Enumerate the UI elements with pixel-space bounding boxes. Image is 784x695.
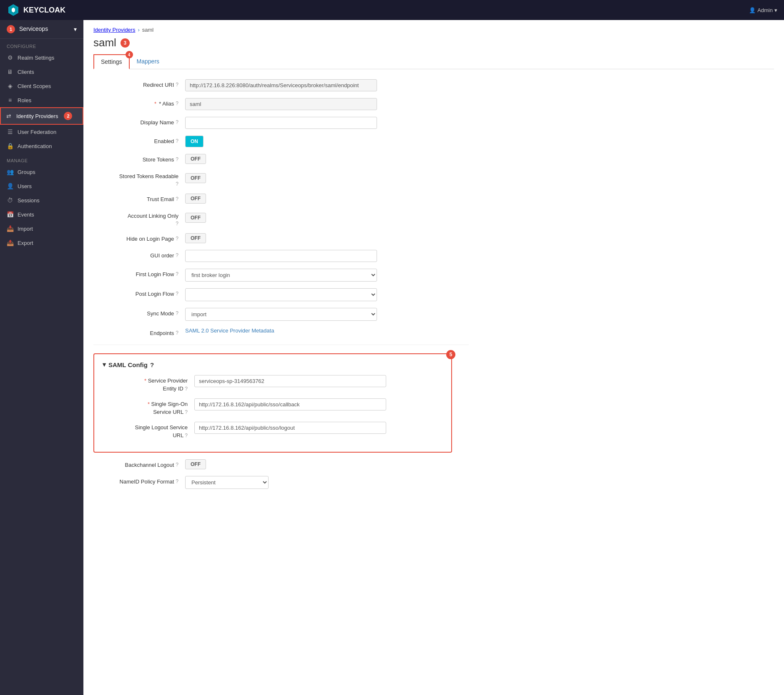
sidebar-item-identity-providers[interactable]: ⇄ Identity Providers 2 [0,107,83,125]
sidebar-item-realm-settings[interactable]: ⚙ Realm Settings [0,50,83,65]
nameid-policy-select[interactable]: Persistent [185,476,269,489]
sidebar-item-label: User Federation [18,129,56,135]
sync-mode-row: Sync Mode ? import [93,308,469,321]
toggle-on-label: ON [186,136,203,147]
sidebar-item-roles[interactable]: ≡ Roles [0,93,83,107]
sso-url-help[interactable]: ? [185,409,188,415]
first-login-flow-help[interactable]: ? [176,271,178,277]
sp-entity-id-help[interactable]: ? [185,386,188,392]
tab-settings-label: Settings [101,58,122,65]
enabled-help[interactable]: ? [176,138,178,144]
trust-email-label: Trust Email ? [93,194,185,202]
saml-config-title: ▾ SAML Config ? [103,361,443,368]
backchannel-logout-help[interactable]: ? [176,462,178,468]
sync-mode-help[interactable]: ? [176,310,178,316]
sessions-icon: ⏱ [7,197,13,204]
breadcrumb-current: saml [142,27,153,33]
post-login-flow-label: Post Login Flow ? [93,288,185,297]
display-name-input[interactable] [185,117,377,129]
slo-url-help[interactable]: ? [185,433,188,438]
redirect-uri-input[interactable] [185,79,377,91]
realm-selector[interactable]: 1 Serviceops ▾ [0,20,83,39]
breadcrumb: Identity Providers › saml [93,27,774,33]
sidebar-item-events[interactable]: 📅 Events [0,207,83,222]
breadcrumb-parent[interactable]: Identity Providers [93,27,135,33]
first-login-flow-select[interactable]: first broker login [185,269,377,282]
backchannel-logout-control: OFF [185,459,469,469]
stored-tokens-readable-row: Stored Tokens Readable ? OFF [93,171,469,187]
enabled-toggle[interactable]: ON [185,136,204,147]
sync-mode-select[interactable]: import [185,308,377,321]
sidebar-item-label: Events [18,212,34,218]
trust-email-help[interactable]: ? [176,196,178,202]
hide-on-login-page-label: Hide on Login Page ? [93,233,185,242]
sidebar-item-clients[interactable]: 🖥 Clients [0,65,83,79]
trust-email-row: Trust Email ? OFF [93,194,469,204]
alias-input[interactable] [185,98,377,110]
sidebar-item-users[interactable]: 👤 Users [0,179,83,193]
backchannel-logout-label: Backchannel Logout ? [93,459,185,468]
saml-config-box: 5 ▾ SAML Config ? * Service Provider Ent… [93,353,452,453]
account-linking-only-row: Account Linking Only ? OFF [93,210,469,227]
nameid-policy-help[interactable]: ? [176,478,178,484]
sidebar-item-label: Import [18,226,33,232]
hide-on-login-page-row: Hide on Login Page ? OFF [93,233,469,243]
alias-label: * * Alias ? [93,98,185,107]
sidebar-item-sessions[interactable]: ⏱ Sessions [0,193,83,207]
store-tokens-help[interactable]: ? [176,156,178,162]
sidebar-item-user-federation[interactable]: ☰ User Federation [0,125,83,139]
sp-entity-id-input[interactable] [194,375,386,387]
sidebar-item-label: Groups [18,169,35,175]
endpoints-link[interactable]: SAML 2.0 Service Provider Metadata [185,327,274,334]
display-name-label: Display Name ? [93,117,185,126]
post-login-flow-row: Post Login Flow ? [93,288,469,301]
sidebar-item-client-scopes[interactable]: ◈ Client Scopes [0,79,83,93]
redirect-uri-control [185,79,469,91]
post-login-flow-select[interactable] [185,288,377,301]
hide-on-login-page-toggle[interactable]: OFF [185,233,206,243]
main-content: Identity Providers › saml saml 3 Setting… [83,20,784,695]
nameid-policy-row: NameID Policy Format ? Persistent [93,476,469,489]
hide-on-login-page-help[interactable]: ? [176,236,178,242]
admin-menu[interactable]: 👤 Admin ▾ [749,7,777,13]
navbar: KEYCLOAK 👤 Admin ▾ [0,0,784,20]
sidebar-item-label: Authentication [18,143,52,149]
tab-settings[interactable]: Settings 4 [93,54,130,69]
sidebar-item-import[interactable]: 📥 Import [0,222,83,236]
endpoints-row: Endpoints ? SAML 2.0 Service Provider Me… [93,327,469,336]
alias-help[interactable]: ? [176,101,178,106]
gui-order-input[interactable] [185,250,377,262]
sso-url-input[interactable] [194,398,386,410]
endpoints-help[interactable]: ? [176,330,178,336]
admin-label: Admin [757,7,773,13]
redirect-uri-help[interactable]: ? [176,82,178,88]
sidebar-item-groups[interactable]: 👥 Groups [0,165,83,179]
post-login-flow-help[interactable]: ? [176,291,178,297]
gui-order-help[interactable]: ? [176,252,178,258]
first-login-flow-row: First Login Flow ? first broker login [93,269,469,282]
slo-url-control [194,422,443,434]
content-area: Identity Providers › saml saml 3 Setting… [83,20,784,695]
saml-config-help[interactable]: ? [150,361,154,368]
account-linking-only-control: OFF [185,210,469,223]
realm-settings-icon: ⚙ [7,54,13,61]
store-tokens-toggle[interactable]: OFF [185,154,206,164]
breadcrumb-separator: › [138,27,139,33]
roles-icon: ≡ [7,97,13,103]
stored-tokens-readable-toggle[interactable]: OFF [185,173,206,183]
account-linking-only-help[interactable]: ? [176,221,178,227]
backchannel-logout-toggle[interactable]: OFF [185,459,206,469]
slo-url-input[interactable] [194,422,386,434]
page-title-wrap: saml 3 [93,36,774,49]
display-name-help[interactable]: ? [176,119,178,125]
stored-tokens-readable-help[interactable]: ? [176,181,178,187]
gui-order-label: GUI order ? [93,250,185,259]
tab-mappers[interactable]: Mappers [130,54,166,69]
sidebar-item-authentication[interactable]: 🔒 Authentication [0,139,83,153]
saml-config-collapse-icon[interactable]: ▾ [103,361,106,368]
page-title: saml [93,36,116,49]
sidebar-item-label: Roles [18,97,31,103]
account-linking-only-toggle[interactable]: OFF [185,213,206,223]
trust-email-toggle[interactable]: OFF [185,194,206,204]
sidebar-item-export[interactable]: 📤 Export [0,236,83,250]
